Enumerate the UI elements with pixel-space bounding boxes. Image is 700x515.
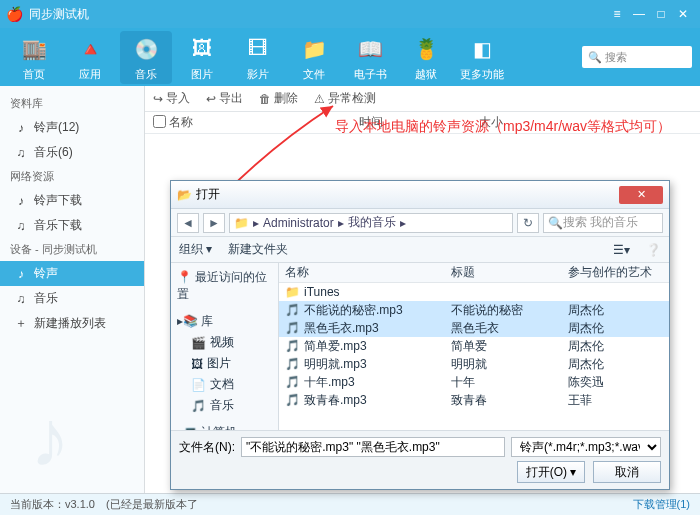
tree-item[interactable]: 🎵音乐 xyxy=(171,395,278,416)
toolbar-icon: 🍍 xyxy=(408,33,444,65)
toolbar-图片[interactable]: 🖼图片 xyxy=(176,33,228,82)
toolbar-越狱[interactable]: 🍍越狱 xyxy=(400,33,452,82)
file-list-headers: 名称 标题 参与创作的艺术 xyxy=(279,263,669,283)
nav-back-button[interactable]: ◄ xyxy=(177,213,199,233)
toolbar-label: 更多功能 xyxy=(460,67,504,82)
dialog-close-button[interactable]: ✕ xyxy=(619,186,663,204)
toolbar-影片[interactable]: 🎞影片 xyxy=(232,33,284,82)
tree-icon: 📄 xyxy=(191,378,206,392)
tree-item[interactable]: 🎬视频 xyxy=(171,332,278,353)
maximize-button[interactable]: □ xyxy=(650,7,672,21)
toolbar-label: 电子书 xyxy=(354,67,387,82)
sidebar-device-head: 设备 - 同步测试机 xyxy=(0,238,144,261)
close-button[interactable]: ✕ xyxy=(672,7,694,21)
sidebar-item-icon: ♪ xyxy=(14,194,28,208)
music-file-icon: 🎵 xyxy=(285,303,300,317)
music-file-icon: 🎵 xyxy=(285,393,300,407)
sidebar-item[interactable]: ♫音乐下载 xyxy=(0,213,144,238)
tree-item[interactable]: 📄文档 xyxy=(171,374,278,395)
filename-input[interactable] xyxy=(241,437,505,457)
view-icon[interactable]: ☰▾ xyxy=(613,243,630,257)
download-manager-link[interactable]: 下载管理(1) xyxy=(633,497,690,512)
sidebar-item-label: 音乐(6) xyxy=(34,144,73,161)
toolbar-icon: ◧ xyxy=(464,33,500,65)
file-list: 名称 标题 参与创作的艺术 📁iTunes🎵不能说的秘密.mp3不能说的秘密周杰… xyxy=(279,263,669,430)
file-row[interactable]: 🎵黑色毛衣.mp3黑色毛衣周杰伦 xyxy=(279,319,669,337)
sidebar-item-icon: ♪ xyxy=(14,121,28,135)
version-label: 当前版本：v3.1.0 (已经是最新版本了 xyxy=(10,497,198,512)
import-button[interactable]: ↪ 导入 xyxy=(153,90,190,107)
folder-icon: 📂 xyxy=(177,188,192,202)
main-toolbar: 🏬首页🔺应用💿音乐🖼图片🎞影片📁文件📖电子书🍍越狱◧更多功能🔍 搜索 xyxy=(0,28,700,86)
search-input[interactable]: 🔍 搜索 xyxy=(582,46,692,68)
toolbar-更多功能[interactable]: ◧更多功能 xyxy=(456,33,508,82)
toolbar-应用[interactable]: 🔺应用 xyxy=(64,33,116,82)
music-file-icon: 🎵 xyxy=(285,357,300,371)
annotation-text: 导入本地电脑的铃声资源（mp3/m4r/wav等格式均可） xyxy=(335,118,671,136)
file-row[interactable]: 🎵明明就.mp3明明就周杰伦 xyxy=(279,355,669,373)
col-artist[interactable]: 参与创作的艺术 xyxy=(568,264,669,281)
filetype-filter[interactable]: 铃声(*.m4r;*.mp3;*.wav) xyxy=(511,437,661,457)
sidebar-item-icon: ♫ xyxy=(14,219,28,233)
apple-icon: 🍎 xyxy=(6,6,23,22)
recent-head[interactable]: 📍 最近访问的位置 xyxy=(171,267,278,305)
refresh-button[interactable]: ↻ xyxy=(517,213,539,233)
sidebar-item[interactable]: ♪铃声(12) xyxy=(0,115,144,140)
toolbar-label: 图片 xyxy=(191,67,213,82)
tree-icon: 🖼 xyxy=(191,357,203,371)
toolbar-label: 影片 xyxy=(247,67,269,82)
tree-item[interactable]: 🖼图片 xyxy=(171,353,278,374)
action-bar: ↪ 导入 ↩ 导出 🗑 删除 ⚠ 异常检测 xyxy=(145,86,700,112)
sidebar-item[interactable]: ♪铃声 xyxy=(0,261,144,286)
col-name[interactable]: 名称 xyxy=(161,114,351,131)
sidebar-item[interactable]: ♫音乐(6) xyxy=(0,140,144,165)
nav-fwd-button[interactable]: ► xyxy=(203,213,225,233)
file-row[interactable]: 🎵不能说的秘密.mp3不能说的秘密周杰伦 xyxy=(279,301,669,319)
toolbar-label: 首页 xyxy=(23,67,45,82)
toolbar-icon: 📖 xyxy=(352,33,388,65)
new-folder-button[interactable]: 新建文件夹 xyxy=(228,241,288,258)
cancel-button[interactable]: 取消 xyxy=(593,461,661,483)
file-open-dialog: 📂 打开 ✕ ◄ ► 📁 ▸ Administrator ▸ 我的音乐 ▸ ↻ … xyxy=(170,180,670,490)
sidebar-item-label: 铃声(12) xyxy=(34,119,79,136)
settings-icon[interactable]: ≡ xyxy=(606,7,628,21)
sidebar-item-label: 新建播放列表 xyxy=(34,315,106,332)
toolbar-文件[interactable]: 📁文件 xyxy=(288,33,340,82)
computer-head[interactable]: ▸💻 计算机 xyxy=(171,422,278,430)
titlebar: 🍎 同步测试机 ≡ — □ ✕ xyxy=(0,0,700,28)
toolbar-label: 文件 xyxy=(303,67,325,82)
sidebar-item[interactable]: ＋新建播放列表 xyxy=(0,311,144,336)
col-title[interactable]: 标题 xyxy=(451,264,568,281)
col-filename[interactable]: 名称 xyxy=(279,264,451,281)
window-title: 同步测试机 xyxy=(29,6,89,23)
filename-label: 文件名(N): xyxy=(179,439,235,456)
toolbar-icon: 🔺 xyxy=(72,33,108,65)
dialog-search-input[interactable]: 🔍 搜索 我的音乐 xyxy=(543,213,663,233)
file-row[interactable]: 🎵十年.mp3十年陈奕迅 xyxy=(279,373,669,391)
music-file-icon: 🎵 xyxy=(285,375,300,389)
sidebar-item[interactable]: ♫音乐 xyxy=(0,286,144,311)
help-icon[interactable]: ❔ xyxy=(646,243,661,257)
toolbar-icon: 🏬 xyxy=(16,33,52,65)
detect-button[interactable]: ⚠ 异常检测 xyxy=(314,90,376,107)
sidebar-item-label: 音乐 xyxy=(34,290,58,307)
music-watermark-icon: ♪ xyxy=(30,393,70,485)
minimize-button[interactable]: — xyxy=(628,7,650,21)
export-button[interactable]: ↩ 导出 xyxy=(206,90,243,107)
toolbar-首页[interactable]: 🏬首页 xyxy=(8,33,60,82)
file-row[interactable]: 📁iTunes xyxy=(279,283,669,301)
organize-button[interactable]: 组织 ▾ xyxy=(179,241,212,258)
toolbar-电子书[interactable]: 📖电子书 xyxy=(344,33,396,82)
toolbar-音乐[interactable]: 💿音乐 xyxy=(120,31,172,84)
breadcrumb[interactable]: 📁 ▸ Administrator ▸ 我的音乐 ▸ xyxy=(229,213,513,233)
sidebar-item[interactable]: ♪铃声下载 xyxy=(0,188,144,213)
open-button[interactable]: 打开(O) ▾ xyxy=(517,461,585,483)
file-row[interactable]: 🎵简单爱.mp3简单爱周杰伦 xyxy=(279,337,669,355)
dialog-nav: ◄ ► 📁 ▸ Administrator ▸ 我的音乐 ▸ ↻ 🔍 搜索 我的… xyxy=(171,209,669,237)
file-row[interactable]: 🎵致青春.mp3致青春王菲 xyxy=(279,391,669,409)
sidebar-item-icon: ♫ xyxy=(14,146,28,160)
library-head[interactable]: ▸📚 库 xyxy=(171,311,278,332)
toolbar-icon: 💿 xyxy=(128,33,164,65)
sidebar-item-icon: ♪ xyxy=(14,267,28,281)
delete-button[interactable]: 🗑 删除 xyxy=(259,90,298,107)
